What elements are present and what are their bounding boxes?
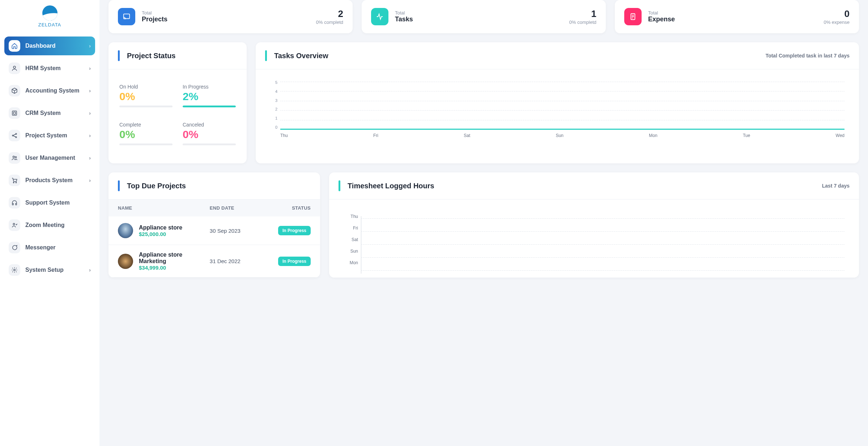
project-amount: $34,999.00: [139, 265, 210, 271]
layers-icon: [9, 107, 20, 119]
y-axis-tick: 1: [270, 116, 277, 120]
x-axis-tick: Fri: [373, 133, 378, 138]
card-subtitle: Last 7 days: [822, 183, 850, 189]
sidebar-item-label: Messenger: [25, 244, 91, 251]
status-item-canceled: Canceled0%: [183, 122, 236, 145]
brand-name: ZELDATA: [38, 22, 61, 27]
status-percent: 0%: [183, 128, 236, 141]
y-axis-tick: 5: [270, 80, 277, 85]
x-axis-tick: Tue: [743, 133, 750, 138]
sidebar-item-accounting-system[interactable]: Accounting System›: [4, 81, 95, 100]
project-avatar: [118, 223, 133, 238]
stat-title: Tasks: [395, 16, 569, 23]
sidebar-item-hrm-system[interactable]: HRM System›: [4, 59, 95, 78]
status-item-complete: Complete0%: [119, 122, 173, 145]
status-item-in-progress: In Progress2%: [183, 84, 236, 107]
sidebar-item-label: Dashboard: [25, 43, 89, 49]
user-icon: [9, 63, 20, 74]
y-axis-tick: Thu: [344, 214, 358, 219]
svg-point-3: [12, 135, 13, 136]
chart-line-series: [280, 129, 844, 130]
stat-sub: 0% expense: [824, 20, 850, 25]
status-label: In Progress: [183, 84, 236, 90]
stat-card-projects: Total Projects 2 0% completd: [109, 0, 353, 33]
accent-bar: [118, 180, 120, 191]
svg-point-4: [16, 133, 17, 134]
chart-gridline: [280, 91, 844, 91]
svg-rect-11: [16, 203, 17, 205]
sidebar-item-user-management[interactable]: User Management›: [4, 149, 95, 167]
chevron-right-icon: ›: [89, 155, 91, 161]
status-label: Canceled: [183, 122, 236, 128]
progress-bar: [119, 143, 173, 145]
x-axis-tick: Wed: [836, 133, 844, 138]
top-due-table: NAME END DATE STATUS Appliance store$25,…: [109, 200, 320, 278]
table-row[interactable]: Appliance store Marketing$34,999.0031 De…: [109, 245, 320, 278]
svg-point-0: [13, 66, 16, 68]
sidebar-item-dashboard[interactable]: Dashboard›: [4, 37, 95, 55]
sidebar-item-label: User Management: [25, 155, 89, 161]
project-name: Appliance store: [139, 224, 182, 231]
svg-rect-2: [13, 112, 16, 114]
chart-gridline: [361, 244, 844, 245]
stat-sub: 0% completd: [316, 20, 343, 25]
brand-logo: ZELDATA: [4, 5, 95, 37]
sidebar-item-system-setup[interactable]: System Setup›: [4, 261, 95, 279]
box-icon: [9, 85, 20, 97]
svg-point-8: [13, 182, 14, 183]
sidebar-item-crm-system[interactable]: CRM System›: [4, 104, 95, 123]
card-title: Timesheet Logged Hours: [348, 182, 434, 190]
chevron-right-icon: ›: [89, 177, 91, 183]
sidebar-item-project-system[interactable]: Project System›: [4, 126, 95, 145]
sidebar-item-label: CRM System: [25, 110, 89, 116]
stat-sub: 0% completd: [569, 20, 596, 25]
activity-icon: [371, 8, 388, 25]
progress-bar: [119, 106, 173, 107]
sidebar-nav: Dashboard›HRM System›Accounting System›C…: [4, 37, 95, 279]
chart-gridline: [280, 120, 844, 120]
stat-number: 0: [824, 8, 850, 20]
person-tick-icon: [9, 219, 20, 231]
tasks-overview-card: Tasks Overview Total Completed task in l…: [256, 42, 859, 163]
status-percent: 0%: [119, 90, 173, 103]
users-icon: [9, 152, 20, 164]
progress-bar: [183, 106, 236, 107]
project-end-date: 31 Dec 2022: [210, 258, 271, 264]
card-title: Project Status: [127, 52, 175, 60]
chevron-right-icon: ›: [89, 267, 91, 273]
progress-bar: [183, 143, 236, 145]
y-axis-tick: 3: [270, 98, 277, 103]
status-percent: 0%: [119, 128, 173, 141]
svg-rect-14: [124, 14, 130, 19]
svg-rect-10: [12, 203, 13, 205]
y-axis-tick: 4: [270, 89, 277, 94]
chart-gridline: [280, 110, 844, 111]
sidebar-item-label: System Setup: [25, 267, 89, 273]
cast-icon: [118, 8, 135, 25]
y-axis-tick: 0: [270, 125, 277, 129]
table-row[interactable]: Appliance store$25,000.0030 Sep 2023In P…: [109, 216, 320, 245]
svg-point-7: [15, 156, 17, 158]
svg-rect-1: [12, 111, 17, 115]
sidebar-item-label: Zoom Meeting: [25, 222, 91, 228]
stat-card-expense: Total Expense 0 0% expense: [615, 0, 859, 33]
tasks-chart: 543210 ThuFriSatSunMonTueWed: [256, 69, 859, 145]
sidebar-item-support-system[interactable]: Support System: [4, 193, 95, 212]
accent-bar: [265, 50, 267, 61]
y-axis-tick: Sat: [344, 237, 358, 242]
card-subtitle: Total Completed task in last 7 days: [766, 53, 850, 59]
accent-bar: [339, 180, 340, 191]
sidebar-item-messenger[interactable]: Messenger: [4, 238, 95, 257]
project-name: Appliance store Marketing: [139, 252, 210, 265]
sidebar-item-products-system[interactable]: Products System›: [4, 171, 95, 190]
svg-point-12: [13, 223, 15, 225]
sidebar: ZELDATA Dashboard›HRM System›Accounting …: [0, 0, 99, 446]
project-avatar: [118, 254, 133, 269]
brand-mark: [42, 5, 58, 21]
timesheet-chart: ThuFriSatSunMon: [329, 200, 859, 277]
chevron-right-icon: ›: [89, 43, 91, 49]
headphones-icon: [9, 197, 20, 209]
stat-card-tasks: Total Tasks 1 0% completd: [362, 0, 606, 33]
column-header-status: STATUS: [271, 205, 311, 211]
sidebar-item-zoom-meeting[interactable]: Zoom Meeting: [4, 216, 95, 235]
